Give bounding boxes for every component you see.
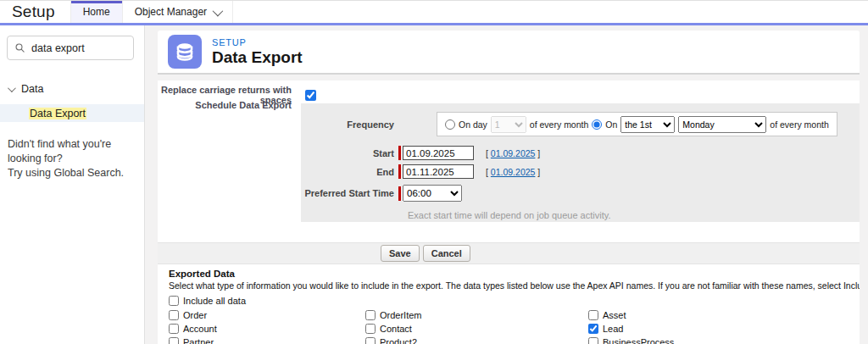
export-object-partner[interactable]: Partner: [169, 337, 365, 344]
cancel-button[interactable]: Cancel: [423, 245, 470, 262]
sidebar-section-label: Data: [21, 83, 43, 95]
chevron-down-icon: [8, 84, 16, 92]
export-object-label: Lead: [603, 324, 623, 334]
export-object-checkbox[interactable]: [365, 324, 376, 334]
preferred-start-time-row: Preferred Start Time 06:00: [301, 185, 462, 202]
tab-object-manager[interactable]: Object Manager: [123, 1, 233, 23]
required-indicator: [398, 186, 401, 201]
frequency-options: On day 1 of every month On the 1st Monda…: [437, 112, 837, 136]
help-text-line1: Didn't find what you're looking for?: [8, 137, 144, 166]
export-object-orderitem[interactable]: OrderItem: [365, 310, 588, 320]
data-export-form: Replace carriage returns with spaces Sch…: [158, 80, 860, 344]
export-object-label: Order: [183, 310, 207, 320]
replace-carriage-returns-checkbox[interactable]: [305, 90, 316, 101]
job-queue-note: Exact start time will depend on job queu…: [408, 210, 610, 220]
include-all-data-label: Include all data: [183, 296, 246, 306]
week-ordinal-select[interactable]: the 1st: [620, 116, 675, 133]
day-number-select[interactable]: 1: [491, 116, 526, 133]
setup-tabs: Home Object Manager: [70, 1, 233, 23]
exported-data-title: Exported Data: [169, 269, 860, 279]
help-text-line2: Try using Global Search.: [8, 166, 144, 180]
exported-data-grid: OrderOrderItemAssetAccountContactLeadPar…: [169, 310, 860, 344]
schedule-data-export-row: Schedule Data Export: [158, 100, 292, 110]
export-object-checkbox[interactable]: [588, 324, 598, 334]
save-button[interactable]: Save: [381, 245, 420, 262]
app-title: Setup: [0, 1, 70, 23]
end-date-input[interactable]: [403, 164, 474, 179]
start-date-input[interactable]: [403, 146, 474, 160]
export-object-label: Contact: [380, 324, 412, 334]
export-object-account[interactable]: Account: [169, 324, 365, 334]
sidebar-section-data[interactable]: Data: [0, 81, 144, 97]
export-object-asset[interactable]: Asset: [588, 310, 860, 320]
export-object-checkbox[interactable]: [365, 337, 376, 344]
export-object-label: Product2: [380, 337, 417, 344]
sidebar-item-data-export[interactable]: Data Export: [0, 104, 144, 122]
export-object-label: Asset: [603, 310, 626, 320]
frequency-label: Frequency: [301, 119, 394, 130]
export-object-lead[interactable]: Lead: [588, 324, 860, 334]
end-date-row: End [ 01.09.2025 ]: [301, 164, 540, 179]
start-date-row: Start [ 01.09.2025 ]: [301, 146, 540, 160]
schedule-panel: Frequency On day 1 of every month On the…: [301, 103, 860, 222]
export-object-label: Account: [183, 324, 217, 334]
preferred-start-time-label: Preferred Start Time: [301, 188, 394, 198]
export-object-order[interactable]: Order: [169, 310, 365, 320]
tab-home[interactable]: Home: [70, 1, 123, 23]
page-header-titles: SETUP Data Export: [212, 37, 303, 67]
tab-home-label: Home: [83, 6, 110, 18]
export-object-checkbox[interactable]: [169, 324, 179, 334]
search-icon: [15, 42, 25, 53]
on-day-text: On day: [459, 119, 487, 130]
export-object-checkbox[interactable]: [169, 337, 179, 344]
page-title: Data Export: [212, 48, 303, 67]
export-object-checkbox[interactable]: [365, 310, 376, 320]
export-object-label: Partner: [183, 337, 214, 344]
frequency-row: Frequency On day 1 of every month On the…: [301, 112, 837, 136]
quick-find-input[interactable]: [31, 42, 125, 54]
required-indicator: [398, 146, 401, 160]
of-every-month-text-2: of every month: [770, 119, 828, 130]
start-date-label: Start: [301, 148, 394, 158]
export-object-checkbox[interactable]: [588, 310, 598, 320]
setup-top-bar: Setup Home Object Manager: [0, 0, 868, 25]
quick-find-box[interactable]: [7, 36, 134, 60]
database-icon: [168, 35, 202, 69]
header-eyebrow: SETUP: [212, 37, 303, 47]
button-bar: Save Cancel: [158, 242, 860, 264]
frequency-on-day-radio[interactable]: [445, 119, 455, 130]
weekday-select[interactable]: Monday: [678, 116, 766, 133]
on-text: On: [605, 119, 617, 130]
export-object-businessprocess[interactable]: BusinessProcess: [588, 337, 860, 344]
exported-data-section: Exported Data Select what type of inform…: [169, 269, 860, 344]
schedule-data-export-label: Schedule Data Export: [158, 100, 292, 110]
tab-object-manager-label: Object Manager: [135, 6, 207, 18]
main-region: SETUP Data Export Replace carriage retur…: [158, 31, 860, 344]
export-object-checkbox[interactable]: [588, 337, 598, 344]
export-object-label: OrderItem: [380, 310, 422, 320]
export-object-product2[interactable]: Product2: [365, 337, 588, 344]
include-all-data-option[interactable]: Include all data: [169, 296, 860, 306]
sidebar-item-label: Data Export: [29, 108, 86, 119]
start-date-today-link[interactable]: 01.09.2025: [491, 148, 536, 158]
end-date-today-link[interactable]: 01.09.2025: [491, 167, 536, 177]
sidebar-help-text: Didn't find what you're looking for? Try…: [0, 137, 144, 180]
chevron-down-icon: [213, 5, 224, 16]
page-header: SETUP Data Export: [158, 31, 860, 75]
exported-data-description: Select what type of information you woul…: [169, 280, 860, 291]
include-all-data-checkbox[interactable]: [169, 296, 179, 306]
preferred-start-time-select[interactable]: 06:00: [403, 185, 462, 202]
setup-sidebar: Data Data Export Didn't find what you're…: [0, 25, 145, 344]
start-date-hint: [ 01.09.2025 ]: [486, 148, 540, 158]
setup-tree: Data Data Export: [0, 81, 144, 122]
export-object-label: BusinessProcess: [603, 337, 674, 344]
of-every-month-text-1: of every month: [530, 119, 588, 130]
required-indicator: [398, 164, 401, 179]
end-date-hint: [ 01.09.2025 ]: [486, 167, 540, 177]
end-date-label: End: [301, 167, 394, 177]
frequency-on-weekday-radio[interactable]: [592, 119, 602, 130]
export-object-contact[interactable]: Contact: [365, 324, 588, 334]
export-object-checkbox[interactable]: [169, 310, 179, 320]
